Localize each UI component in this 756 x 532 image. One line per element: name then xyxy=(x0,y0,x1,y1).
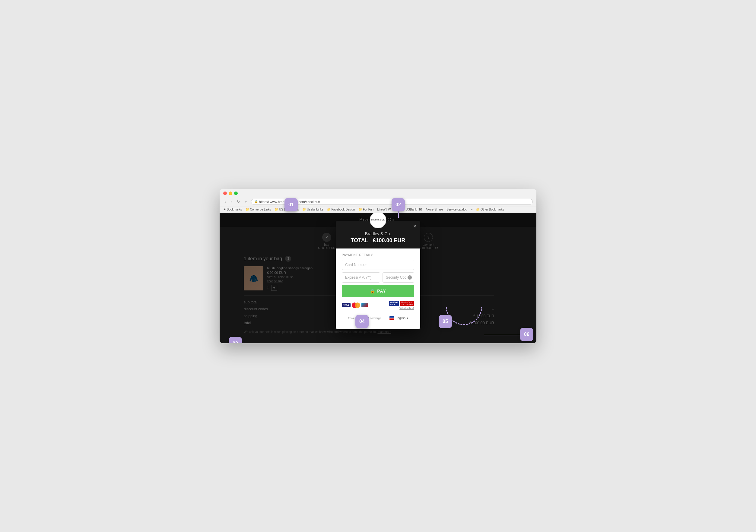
visa-logo: VISA xyxy=(342,303,351,307)
bookmark-bookmarks[interactable]: ★ Bookmarks xyxy=(223,208,242,211)
bookmark-more[interactable]: » xyxy=(471,208,473,211)
minimize-button[interactable] xyxy=(229,192,232,195)
security-code-wrapper: ? xyxy=(383,272,414,282)
lock-pay-icon: 🔒 xyxy=(370,289,375,293)
modal-overlay: Bradley & Co. ✕ Bradley & Co. TOTAL €100… xyxy=(220,213,536,343)
annotation-line-01 xyxy=(298,206,313,206)
bookmark-facebook[interactable]: 📁 Facebook Design xyxy=(327,208,355,211)
annotation-line-06 xyxy=(484,335,520,335)
payment-details-label: PAYMENT DETAILS xyxy=(342,253,414,257)
maximize-button[interactable] xyxy=(234,192,238,195)
card-logos-left: VISA xyxy=(342,303,368,308)
back-button[interactable]: ‹ xyxy=(223,199,227,204)
security-help-icon[interactable]: ? xyxy=(408,275,412,279)
modal-logo-text: Bradley & Co. xyxy=(371,218,385,221)
pay-button[interactable]: 🔒 PAY xyxy=(342,285,414,297)
annotation-badge-04: 04 xyxy=(355,315,369,328)
bookmark-other[interactable]: 📁 Other Bookmarks xyxy=(476,208,504,211)
bookmark-axure[interactable]: Axure SHare xyxy=(426,208,443,211)
modal-total: TOTAL €100.00 EUR xyxy=(342,237,414,244)
annotation-badge-06: 06 xyxy=(520,328,533,341)
payment-modal: Bradley & Co. ✕ Bradley & Co. TOTAL €100… xyxy=(336,221,420,329)
close-button[interactable] xyxy=(223,192,227,195)
forward-button[interactable]: › xyxy=(229,199,233,204)
pay-button-label: PAY xyxy=(377,289,386,293)
language-selector[interactable]: English ▾ xyxy=(390,316,408,320)
expiry-input[interactable] xyxy=(342,272,380,282)
modal-total-label: TOTAL xyxy=(351,237,368,243)
modal-body: PAYMENT DETAILS ? 🔒 PAY xyxy=(336,249,420,329)
annotation-badge-01: 01 xyxy=(284,198,298,211)
annotation-badge-02: 02 xyxy=(392,198,405,211)
form-expiry-security-row: ? xyxy=(342,272,414,282)
modal-brand-name: Bradley & Co. xyxy=(342,231,414,236)
modal-total-amount: €100.00 EUR xyxy=(373,237,405,243)
whats-this-link[interactable]: What's this? xyxy=(399,307,414,310)
bookmark-forfun[interactable]: 📁 For Fun xyxy=(358,208,373,211)
home-button[interactable]: ⌂ xyxy=(244,199,249,204)
verified-logos: VerifiedVISA MasterCardSecureCode What's… xyxy=(389,301,414,310)
verified-visa-badge: VerifiedVISA xyxy=(389,301,399,306)
bookmark-useful[interactable]: 📁 Useful Links xyxy=(302,208,323,211)
mc-circle-yellow xyxy=(355,303,360,308)
language-chevron-icon: ▾ xyxy=(407,316,408,320)
browser-chrome: ‹ › ↻ ⌂ 🔒 https:// www.bradleyandco.com/… xyxy=(220,189,536,213)
modal-close-button[interactable]: ✕ xyxy=(413,224,417,228)
reload-button[interactable]: ↻ xyxy=(236,199,241,204)
annotation-badge-03: 03 xyxy=(229,337,242,343)
website-content: Bradley & Co. ✓ bag € 90.00 EUR ✓ shippi… xyxy=(220,213,536,343)
flag-icon xyxy=(390,316,394,320)
mc-secure-badge: MasterCardSecureCode xyxy=(400,301,414,306)
bookmarks-bar: ★ Bookmarks 📁 Converge Links 📁 US Bank L… xyxy=(220,207,536,213)
nav-bar: ‹ › ↻ ⌂ 🔒 https:// www.bradleyandco.com/… xyxy=(220,198,536,207)
browser-window: ‹ › ↻ ⌂ 🔒 https:// www.bradleyandco.com/… xyxy=(220,189,536,343)
bookmark-converge[interactable]: 📁 Converge Links xyxy=(246,208,271,211)
payment-logos: VISA VerifiedVISA MasterCardSecureCode xyxy=(342,301,414,310)
modal-footer: Powered by © converge English ▾ xyxy=(342,313,414,325)
annotation-line-04 xyxy=(369,309,369,321)
bookmark-usbankhr[interactable]: USBank HR xyxy=(406,208,422,211)
mastercard-logo xyxy=(352,303,360,308)
language-label: English xyxy=(395,316,405,320)
verified-row: VerifiedVISA MasterCardSecureCode xyxy=(389,301,414,306)
annotation-badge-05: 05 xyxy=(439,315,452,328)
converge-name: converge xyxy=(370,317,381,320)
lock-icon: 🔒 xyxy=(254,200,258,203)
title-bar xyxy=(220,189,536,198)
card-number-input[interactable] xyxy=(342,260,414,270)
bookmark-service[interactable]: Service catalog xyxy=(446,208,467,211)
maestro-logo xyxy=(362,303,368,307)
